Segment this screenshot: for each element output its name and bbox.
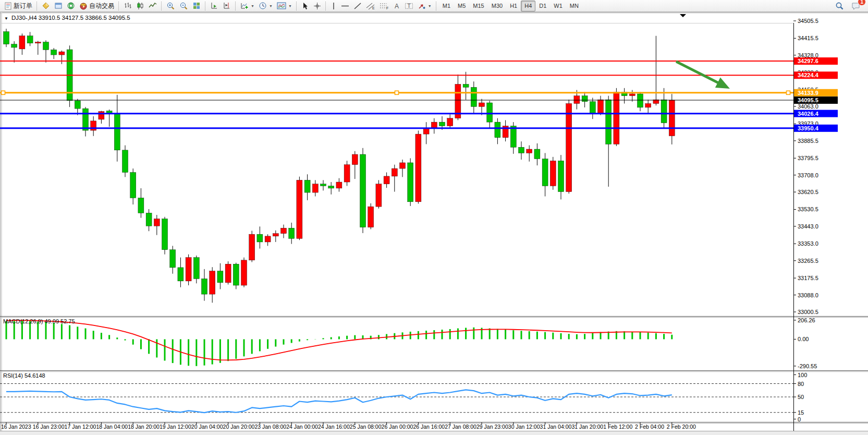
timeframe-h4[interactable]: H4 [521,1,535,11]
candle-body [479,103,485,106]
zoom-in-button[interactable] [164,0,177,11]
line-handle[interactable] [395,91,399,94]
market-watch-button[interactable] [40,0,52,11]
timeframe-w1[interactable]: W1 [550,1,566,11]
price-tick-label: 33265.5 [798,258,818,264]
bar-chart-icon [124,2,132,10]
candle-body [123,150,128,173]
timeframe-d1[interactable]: D1 [535,1,550,11]
timeframe-m15[interactable]: M15 [469,1,487,11]
price-tick-label: 33530.5 [798,206,818,212]
candlestick-mode-button[interactable] [134,0,146,11]
cursor-tool-button[interactable] [299,0,311,11]
time-tick-label: 27 Jan 08:00 [445,424,476,430]
time-tick-label: 17 Jan 12:00 [65,424,96,430]
candle-body [408,163,413,202]
candle-body [471,87,476,106]
new-order-button[interactable]: 新订单 [2,0,34,11]
auto-trading-button[interactable]: 自动交易 [77,0,116,11]
search-button[interactable] [833,0,846,11]
price-tick-label: 33000.5 [798,309,818,315]
text-tool-button[interactable]: A [391,0,402,11]
price-flag-label: 34026.4 [798,111,819,117]
candle-body [91,121,96,130]
macd-axis-label: 206.26 [798,317,815,323]
time-tick-label: 18 Jan 20:00 [128,424,160,430]
tile-windows-button[interactable] [190,0,203,11]
status-strip [0,431,868,435]
price-tick-label: 33443.0 [798,223,818,229]
time-axis[interactable]: 16 Jan 202316 Jan 23:0017 Jan 12:0018 Ja… [1,422,696,430]
text-icon: A [393,2,400,10]
candle-body [146,213,152,226]
candle-body [130,172,136,198]
candle-body [312,184,318,192]
auto-trading-icon [79,2,88,10]
candle-body [392,168,397,176]
add-indicator-icon [240,2,249,10]
timeframe-m5[interactable]: M5 [454,1,469,11]
arrows-tool-button[interactable]: ▼ [415,0,434,11]
crosshair-tool-button[interactable] [311,0,323,11]
candle-body [186,258,191,281]
bar-chart-mode-button[interactable] [121,0,134,11]
templates-button[interactable]: ▼ [275,0,294,11]
search-icon [835,2,844,10]
chart-shift-icon [223,2,231,10]
clock-icon [259,2,267,10]
candle-body [225,264,231,283]
indicators-button[interactable]: ▼ [238,0,256,11]
candle-body [162,219,168,249]
candle-body [661,100,667,123]
price-chart[interactable]: MACD(12,26,9) 49.09 52.75RSI(14) 54.6148… [0,0,868,435]
candle-body [614,92,619,144]
zoom-out-button[interactable] [177,0,190,11]
line-handle[interactable] [2,91,5,94]
svg-text:A: A [395,3,399,10]
timeframe-m1[interactable]: M1 [439,1,454,11]
timeframe-mn[interactable]: MN [566,1,582,11]
candle-body [11,44,17,47]
candle-body [27,36,33,43]
toolbar-right-group: 1 [833,0,866,11]
periods-button[interactable]: ▼ [256,0,275,11]
channel-tool-button[interactable]: E [364,0,377,11]
chart-shift-button[interactable] [221,0,233,11]
candle-body [487,103,493,122]
gold-diamond-icon [42,2,50,10]
arrow-shapes-icon [418,2,426,10]
price-flag-label: 34095.5 [798,97,818,103]
main-toolbar: 新订单 [0,0,868,12]
candle-body [241,260,247,285]
line-handle[interactable] [787,91,790,94]
candle-body [542,159,548,186]
trendline-tool-button[interactable] [351,0,364,11]
vertical-line-tool-button[interactable] [328,0,339,11]
caret-down-icon: ▼ [251,4,254,8]
signals-button[interactable] [65,0,77,11]
candle-body [558,161,564,191]
signal-icon [67,2,75,10]
line-chart-mode-button[interactable] [146,0,159,11]
time-tick-label: 26 Jan 00:00 [382,424,413,430]
timeframe-h1[interactable]: H1 [506,1,521,11]
time-tick-label: 1 Feb 12:00 [603,424,632,430]
timeframe-m30[interactable]: M30 [488,1,506,11]
auto-scroll-button[interactable] [208,0,221,11]
time-tick-label: 16 Jan 2023 [1,424,31,430]
horizontal-line-icon [341,2,349,10]
time-tick-label: 2 Feb 20:00 [667,424,696,430]
candle-body [19,36,25,49]
candle-body [344,165,350,182]
candle-body [114,114,120,150]
notifications-button[interactable]: 1 [849,0,863,11]
text-label-tool-button[interactable]: T [402,0,415,11]
rsi-axis-label: 0 [798,416,801,422]
time-tick-label: 18 Jan 04:00 [96,424,128,430]
data-window-button[interactable] [52,0,65,11]
price-flag-label: 34133.9 [798,90,818,96]
fibonacci-tool-button[interactable]: F [377,0,391,11]
equidistant-channel-icon: E [366,2,375,10]
line-chart-icon [149,2,157,10]
horizontal-line-tool-button[interactable] [339,0,351,11]
